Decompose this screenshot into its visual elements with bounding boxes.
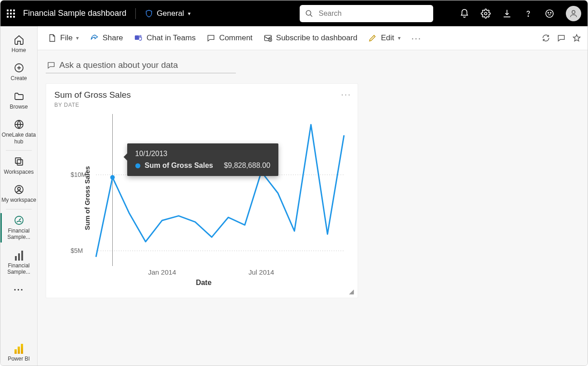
main-area: File ▾ Share Chat in Teams Comment Subsc…	[38, 26, 588, 366]
pencil-icon	[368, 33, 377, 43]
svg-point-5	[548, 12, 549, 13]
file-label: File	[60, 33, 72, 43]
favorite-star-icon[interactable]	[572, 33, 581, 43]
x-tick: Jan 2014	[148, 268, 176, 276]
search-box[interactable]	[300, 5, 433, 22]
nav-more[interactable]: ···	[0, 280, 37, 299]
qna-placeholder: Ask a question about your data	[59, 60, 178, 70]
nav-financial-dashboard[interactable]: Financial Sample...	[0, 210, 37, 245]
share-label: Share	[102, 33, 123, 43]
home-icon	[14, 34, 24, 45]
nav-myworkspace[interactable]: My workspace	[0, 180, 37, 208]
share-icon	[90, 33, 99, 43]
svg-line-1	[310, 14, 312, 17]
nav-workspaces-label: Workspaces	[4, 169, 34, 175]
chat-teams-button[interactable]: Chat in Teams	[130, 31, 199, 45]
shield-icon	[145, 9, 153, 18]
plus-circle-icon	[14, 62, 24, 73]
dashboard-canvas: Ask a question about your data Sum of Gr…	[38, 50, 588, 305]
nav-home[interactable]: Home	[0, 30, 37, 58]
command-bar: File ▾ Share Chat in Teams Comment Subsc…	[38, 26, 588, 50]
chat-label: Chat in Teams	[147, 33, 196, 43]
tile-resize-handle[interactable]: ◢	[349, 288, 354, 295]
search-input[interactable]	[318, 9, 428, 18]
tile-title: Sum of Gross Sales	[54, 90, 349, 100]
svg-point-2	[484, 12, 487, 15]
gauge-icon	[14, 215, 24, 226]
dashboard-title: Financial Sample dashboard	[23, 9, 126, 18]
tile-subtitle: BY DATE	[54, 102, 349, 108]
nav-myworkspace-label: My workspace	[1, 197, 36, 203]
datahub-icon	[14, 119, 24, 130]
divider	[135, 8, 136, 19]
svg-point-22	[110, 175, 115, 180]
y-tick: $10M	[71, 171, 86, 178]
nav-financial-dataset[interactable]: Financial Sample...	[0, 245, 37, 280]
chat-bubble-icon	[47, 61, 56, 70]
download-icon[interactable]	[502, 9, 512, 19]
svg-point-0	[306, 10, 311, 15]
workspaces-icon	[14, 156, 24, 167]
line-chart: Sum of Gross Sales Date $5M$10M Jan 2014…	[59, 112, 349, 284]
file-icon	[48, 33, 57, 43]
nav-create-label: Create	[10, 75, 27, 81]
svg-point-13	[18, 187, 20, 190]
edit-label: Edit	[381, 33, 394, 43]
svg-point-16	[139, 35, 141, 37]
nav-home-label: Home	[11, 47, 26, 53]
notifications-icon[interactable]	[459, 9, 469, 19]
refresh-icon[interactable]	[541, 33, 550, 43]
nav-create[interactable]: Create	[0, 58, 37, 86]
search-icon	[305, 10, 313, 18]
account-avatar[interactable]	[566, 6, 581, 21]
teams-icon	[134, 33, 143, 43]
plot-svg	[69, 112, 349, 271]
bar-chart-icon	[14, 250, 24, 261]
more-actions[interactable]: ···	[408, 30, 425, 46]
feedback-icon[interactable]	[545, 9, 555, 19]
x-axis-label: Date	[59, 279, 349, 287]
subscribe-icon	[263, 33, 272, 43]
subscribe-label: Subscribe to dashboard	[276, 33, 358, 43]
settings-icon[interactable]	[481, 9, 491, 19]
app-launcher-icon[interactable]	[7, 10, 15, 18]
comment-icon	[206, 33, 215, 43]
nav-browse-label: Browse	[10, 104, 28, 110]
file-menu[interactable]: File ▾	[44, 31, 82, 45]
svg-rect-15	[135, 36, 139, 39]
y-tick: $5M	[71, 247, 83, 254]
edit-menu[interactable]: Edit ▾	[364, 31, 404, 45]
chevron-down-icon: ▾	[398, 35, 401, 41]
share-button[interactable]: Share	[86, 31, 126, 45]
sensitivity-dropdown[interactable]: General ▾	[145, 9, 190, 18]
qna-input[interactable]: Ask a question about your data	[46, 57, 236, 73]
chart-tile[interactable]: Sum of Gross Sales BY DATE ··· ◢ Sum of …	[46, 83, 358, 298]
nav-powerbi[interactable]: Power BI	[0, 339, 37, 366]
svg-point-7	[572, 10, 575, 14]
top-actions	[459, 6, 581, 21]
powerbi-logo-icon	[14, 344, 23, 354]
chevron-down-icon: ▾	[188, 10, 191, 17]
svg-rect-11	[17, 160, 23, 165]
svg-point-4	[546, 10, 554, 17]
nav-financial-dashboard-label: Financial Sample...	[1, 228, 36, 241]
sensitivity-label: General	[157, 9, 184, 18]
chevron-down-icon: ▾	[76, 35, 79, 41]
nav-onelake[interactable]: OneLake data hub	[0, 114, 37, 149]
help-icon[interactable]	[523, 9, 533, 19]
top-bar: Financial Sample dashboard General ▾	[0, 0, 588, 26]
svg-rect-10	[15, 158, 21, 163]
svg-point-3	[528, 15, 528, 16]
subscribe-button[interactable]: Subscribe to dashboard	[260, 31, 361, 45]
nav-financial-dataset-label: Financial Sample...	[1, 262, 36, 276]
person-circle-icon	[14, 184, 24, 195]
nav-onelake-label: OneLake data hub	[1, 132, 36, 145]
comment-button[interactable]: Comment	[203, 31, 256, 45]
left-nav: Home Create Browse OneLake data hub Work…	[0, 26, 38, 366]
nav-browse[interactable]: Browse	[0, 86, 37, 114]
folder-icon	[14, 91, 24, 102]
chat-pane-icon[interactable]	[557, 33, 566, 43]
nav-powerbi-label: Power BI	[8, 356, 30, 362]
tile-more-icon[interactable]: ···	[341, 89, 351, 100]
nav-workspaces[interactable]: Workspaces	[0, 152, 37, 180]
